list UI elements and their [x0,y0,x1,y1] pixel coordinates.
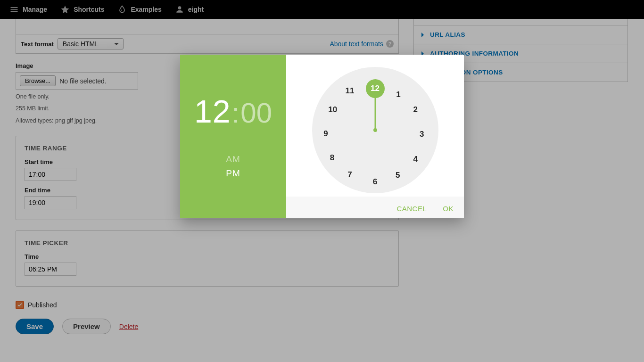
cancel-button[interactable]: CANCEL [396,205,427,213]
clock-num-5[interactable]: 5 [391,169,405,182]
clock-face[interactable]: 12 1 2 3 4 5 6 7 8 9 10 11 [312,67,438,193]
am-option[interactable]: AM [226,152,240,166]
clock-num-7[interactable]: 7 [343,168,356,181]
time-display: 12 : 00 [194,93,272,130]
pm-option[interactable]: PM [226,166,240,181]
clock-num-12[interactable]: 12 [369,82,382,95]
time-colon: : [231,97,241,129]
clock-num-11[interactable]: 11 [343,84,356,98]
clock-num-10[interactable]: 10 [326,103,339,116]
clock-num-3[interactable]: 3 [415,128,429,141]
clock-num-4[interactable]: 4 [409,153,422,166]
clock-num-9[interactable]: 9 [319,127,332,140]
dialog-actions: CANCEL OK [396,205,454,213]
dialog-display-panel: 12 : 00 AM PM [180,55,286,218]
clock-num-8[interactable]: 8 [325,151,339,165]
clock-num-1[interactable]: 1 [392,88,405,101]
timepicker-dialog: 12 : 00 AM PM 12 1 2 3 4 5 6 7 8 9 10 11 [180,55,464,218]
ok-button[interactable]: OK [443,205,454,213]
clock-num-2[interactable]: 2 [409,103,422,116]
dialog-clock-panel: 12 1 2 3 4 5 6 7 8 9 10 11 CANCEL OK [286,55,464,218]
clock-center-dot [373,128,377,132]
minute-display[interactable]: 00 [240,97,272,129]
clock-num-6[interactable]: 6 [369,175,382,189]
hour-display[interactable]: 12 [194,93,231,130]
ampm-toggle: AM PM [226,152,240,181]
